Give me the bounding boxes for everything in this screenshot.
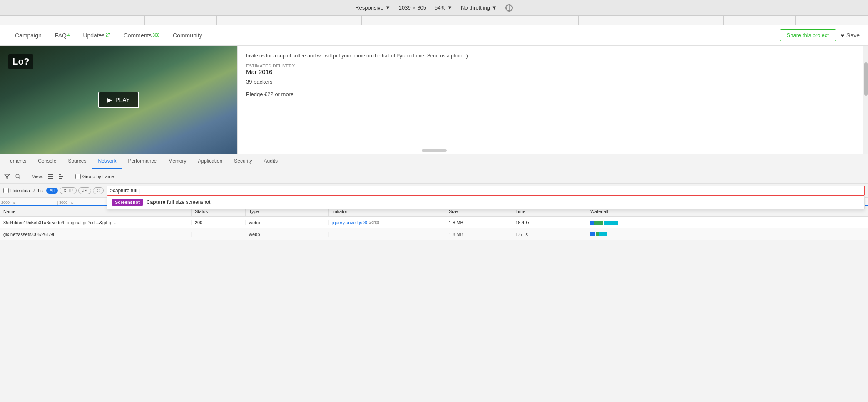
tab-application[interactable]: Application (192, 154, 228, 169)
wf-blue-segment (590, 221, 594, 225)
tab-memory[interactable]: Memory (162, 154, 192, 169)
autocomplete-bold: Capture full (147, 199, 174, 205)
throttling-label: No throttling (461, 5, 490, 11)
row2-time: 1.61 s (512, 232, 587, 237)
filter-input[interactable]: >capture full | (107, 186, 865, 196)
devtools-panel: ements Console Sources Network Performan… (0, 154, 868, 402)
chevron-down-icon: ▼ (447, 5, 453, 11)
svg-line-1 (505, 4, 512, 11)
preview-sidebar: Invite us for a cup of coffee and we wil… (237, 46, 868, 154)
autocomplete-dropdown: Screenshot Capture full size screenshot (107, 196, 865, 209)
row1-waterfall (587, 221, 868, 225)
filter-tags: All XHR JS C (46, 187, 104, 194)
faq-badge: 4 (67, 33, 70, 37)
tree-view-icon[interactable] (57, 173, 65, 180)
tab-sources[interactable]: Sources (62, 154, 92, 169)
tab-audits[interactable]: Audits (258, 154, 284, 169)
tab-comments[interactable]: Comments308 (117, 25, 166, 46)
autocomplete-item[interactable]: Screenshot Capture full size screenshot (107, 196, 864, 209)
tab-security[interactable]: Security (228, 154, 258, 169)
waterfall-bar-2 (590, 232, 607, 236)
scrollbar-thumb[interactable] (864, 62, 868, 96)
hide-data-urls-checkbox[interactable]: Hide data URLs (3, 188, 43, 193)
filter-bar: Hide data URLs All XHR JS C >capture ful… (0, 184, 868, 198)
svg-rect-7 (59, 174, 61, 175)
row2-type: webp (246, 232, 329, 237)
estimated-label: ESTIMATED DELIVERY (246, 64, 860, 68)
site-nav-tabs: Campaign FAQ4 Updates27 Comments308 Comm… (8, 25, 780, 46)
dimensions-display: 1039 × 305 (399, 5, 426, 11)
wf-blue-segment (590, 232, 595, 236)
responsive-label: Responsive (355, 5, 383, 11)
comments-badge: 308 (152, 33, 159, 37)
search-icon[interactable] (14, 173, 22, 180)
rotate-icon[interactable] (504, 2, 514, 13)
play-icon: ▶ (107, 97, 112, 103)
svg-point-2 (16, 174, 19, 178)
table-row[interactable]: gix.net/assets/005/261/981 webp 1.8 MB 1… (0, 228, 868, 240)
chevron-down-icon: ▼ (492, 5, 497, 11)
updates-badge: 27 (106, 33, 110, 37)
separator2 (70, 173, 70, 180)
throttling-dropdown[interactable]: No throttling ▼ (461, 5, 497, 11)
autocomplete-text: Capture full size screenshot (147, 199, 210, 205)
responsive-dropdown[interactable]: Responsive ▼ (355, 5, 390, 11)
tab-updates[interactable]: Updates27 (76, 25, 117, 46)
autocomplete-badge: Screenshot (112, 199, 143, 206)
filter-icon[interactable] (3, 173, 11, 180)
filter-input-wrap: >capture full | Screenshot Capture full … (107, 186, 865, 196)
zoom-label: 54% (435, 5, 445, 11)
estimated-delivery: ESTIMATED DELIVERY Mar 2016 (246, 64, 860, 75)
row1-initiator-link[interactable]: jquery.unveil.js:30 (332, 220, 368, 225)
video-area: Lo? ▶ PLAY (0, 46, 237, 154)
row1-status: 200 (192, 220, 246, 225)
row2-size: 1.8 MB (445, 232, 512, 237)
row2-name: gix.net/assets/005/261/981 (0, 232, 192, 237)
tab-network[interactable]: Network (92, 154, 122, 169)
group-by-frame-input[interactable] (75, 174, 81, 179)
wf-cyan-segment (604, 221, 618, 225)
browser-toolbar: Responsive ▼ 1039 × 305 54% ▼ No throttl… (0, 0, 868, 16)
filter-tag-all[interactable]: All (46, 188, 58, 194)
list-view-icon[interactable] (47, 173, 54, 180)
height-value: 305 (417, 5, 426, 11)
row2-waterfall (587, 232, 868, 236)
row1-size: 1.8 MB (445, 220, 512, 225)
video-overlay[interactable]: ▶ PLAY (0, 46, 237, 154)
zoom-dropdown[interactable]: 54% ▼ (435, 5, 453, 11)
play-button[interactable]: ▶ PLAY (98, 92, 139, 108)
row1-time: 16.49 s (512, 220, 587, 225)
drag-handle[interactable] (422, 149, 447, 152)
table-row[interactable]: 85d4ddee19c5eb31a6e5ede4_original.gif?ix… (0, 217, 868, 228)
tab-performance[interactable]: Performance (122, 154, 162, 169)
share-project-button[interactable]: Share this project (780, 29, 836, 41)
filter-tag-c[interactable]: C (93, 187, 104, 194)
tab-console[interactable]: Console (32, 154, 62, 169)
scrollbar[interactable] (863, 46, 868, 154)
filter-tag-xhr[interactable]: XHR (60, 187, 77, 194)
wf-green-segment (596, 232, 599, 236)
wf-cyan-segment (599, 232, 607, 236)
view-label: View: (32, 174, 43, 179)
width-value: 1039 (399, 5, 411, 11)
svg-rect-9 (59, 178, 62, 179)
heart-icon: ♥ (841, 32, 844, 39)
svg-rect-4 (48, 174, 53, 175)
tab-campaign[interactable]: Campaign (8, 25, 48, 46)
devtools-tabs: ements Console Sources Network Performan… (0, 154, 868, 169)
save-button[interactable]: ♥ Save (841, 32, 860, 39)
row1-type: webp (246, 220, 329, 225)
sidebar-text: Invite us for a cup of coffee and we wil… (246, 52, 860, 60)
svg-rect-5 (48, 176, 53, 177)
chevron-down-icon: ▼ (385, 5, 390, 11)
tab-community[interactable]: Community (166, 25, 209, 46)
svg-rect-6 (48, 178, 53, 179)
hide-data-urls-input[interactable] (3, 188, 9, 193)
times-icon: × (413, 5, 416, 11)
webpage-preview: Campaign FAQ4 Updates27 Comments308 Comm… (0, 25, 868, 154)
filter-tag-js[interactable]: JS (78, 187, 91, 194)
ruler-bar (0, 16, 868, 25)
tab-elements[interactable]: ements (4, 154, 32, 169)
tab-faq[interactable]: FAQ4 (48, 25, 77, 46)
group-by-frame-checkbox[interactable]: Group by frame (75, 174, 114, 179)
